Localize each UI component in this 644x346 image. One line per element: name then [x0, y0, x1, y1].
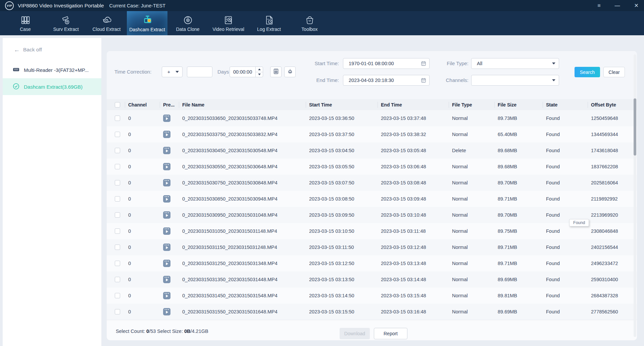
- cell-preview: [163, 292, 182, 299]
- row-checkbox[interactable]: [115, 228, 120, 234]
- table-row[interactable]: 0 0_20230315031350_20230315031448.MP4 20…: [107, 271, 637, 288]
- file-type-select[interactable]: All: [471, 58, 559, 69]
- header-end-time: End Time: [381, 102, 452, 107]
- nav-item-video-retrieval[interactable]: Video Retrieval: [208, 11, 249, 35]
- video-preview-icon[interactable]: [163, 115, 170, 122]
- start-time-input[interactable]: 1970-01-01 08:00:00: [343, 58, 430, 69]
- video-preview-icon[interactable]: [163, 179, 170, 186]
- row-checkbox[interactable]: [115, 148, 120, 153]
- row-checkbox[interactable]: [115, 164, 120, 169]
- cell-start-time: 2023-03-15 03:13:50: [309, 277, 381, 282]
- video-preview-icon[interactable]: [163, 276, 170, 283]
- select-count-label: Select Count:: [116, 329, 146, 334]
- check-circle-icon: [13, 83, 19, 91]
- close-icon[interactable]: ✕: [634, 3, 639, 8]
- row-checkbox[interactable]: [115, 132, 120, 137]
- download-button[interactable]: Download: [340, 328, 370, 339]
- video-preview-icon[interactable]: [163, 244, 170, 251]
- video-preview-icon[interactable]: [163, 260, 170, 267]
- nav-item-dashcam-extract[interactable]: Dashcam Extract: [127, 11, 167, 35]
- row-checkbox-cell: [107, 164, 128, 169]
- cell-state: Found: [546, 309, 591, 314]
- report-button[interactable]: Report: [374, 328, 407, 339]
- table-row[interactable]: 0 0_20230315030450_20230315030548.MP4 20…: [107, 142, 637, 159]
- row-checkbox[interactable]: [115, 293, 120, 298]
- sidebar: ← Back off Multi-Reader -3(FAT32+MP... D…: [3, 38, 101, 346]
- cell-file-size: 89.71MB: [498, 245, 546, 250]
- video-preview-icon[interactable]: [163, 227, 170, 235]
- cell-file-name: 0_20230315030950_20230315031048.MP4: [182, 212, 309, 218]
- spin-up-button[interactable]: [256, 67, 263, 72]
- row-checkbox[interactable]: [115, 116, 120, 121]
- end-time-input[interactable]: 2023-04-03 20:18:30: [343, 75, 430, 86]
- nav-item-log-extract[interactable]: Log Extract: [249, 11, 289, 35]
- toolbox-bag-icon: [304, 15, 315, 26]
- cell-state: Found: [546, 293, 591, 298]
- video-preview-icon[interactable]: [163, 292, 170, 299]
- table-row[interactable]: 0 0_20230315030550_20230315030648.MP4 20…: [107, 159, 637, 175]
- table-row[interactable]: 0 0_20230315033750_20230315033832.MP4 20…: [107, 126, 637, 142]
- video-preview-icon[interactable]: [163, 163, 170, 170]
- row-checkbox-cell: [107, 212, 128, 218]
- row-checkbox[interactable]: [115, 180, 120, 185]
- hard-drive-icon: [13, 67, 19, 73]
- cell-file-type: Normal: [452, 293, 498, 298]
- chevron-down-icon: [552, 62, 555, 64]
- sidebar-item-dashcam-extract[interactable]: Dashcam Extract(3.69GB): [3, 78, 101, 95]
- row-checkbox[interactable]: [115, 309, 120, 314]
- sidebar-item-multi-reader[interactable]: Multi-Reader -3(FAT32+MP...: [3, 61, 101, 78]
- row-checkbox[interactable]: [115, 261, 120, 266]
- nav-item-toolbox[interactable]: Toolbox: [289, 11, 330, 35]
- table-row[interactable]: 0 0_20230315030950_20230315031048.MP4 20…: [107, 207, 637, 223]
- time-correction-time-stepper[interactable]: 00:00:00: [230, 67, 263, 77]
- calculator-button[interactable]: [270, 67, 282, 77]
- row-checkbox-cell: [107, 245, 128, 250]
- table-row[interactable]: 0 0_20230315030850_20230315030948.MP4 20…: [107, 191, 637, 207]
- table-row[interactable]: 0 0_20230315033650_20230315033748.MP4 20…: [107, 110, 637, 126]
- header-offset-byte: Offset Byte: [591, 102, 637, 107]
- nav-item-case[interactable]: Case: [5, 11, 46, 35]
- cell-end-time: 2023-03-15 03:08:48: [381, 180, 452, 185]
- search-button[interactable]: Search: [575, 67, 600, 77]
- scrollbar-thumb[interactable]: [634, 98, 636, 156]
- row-checkbox[interactable]: [115, 277, 120, 282]
- nav-item-cloud-extract[interactable]: Cloud Extract: [86, 11, 127, 35]
- cell-offset-byte: 2402156544: [591, 245, 637, 250]
- cell-file-size: 89.68MB: [498, 164, 546, 169]
- table-row[interactable]: 0 0_20230315030750_20230315030848.MP4 20…: [107, 175, 637, 191]
- video-preview-icon[interactable]: [163, 308, 170, 315]
- nav-item-label: Video Retrieval: [212, 27, 244, 32]
- select-all-checkbox[interactable]: [115, 102, 120, 107]
- channels-select[interactable]: [471, 75, 559, 86]
- disc-icon: [183, 15, 193, 26]
- cell-file-type: Normal: [452, 245, 498, 250]
- back-off-button[interactable]: ← Back off: [3, 38, 101, 61]
- video-preview-icon[interactable]: [163, 211, 170, 219]
- cell-preview: [163, 131, 182, 138]
- days-input[interactable]: [187, 67, 212, 77]
- table-row[interactable]: 0 0_20230315031050_20230315031148.MP4 20…: [107, 223, 637, 239]
- time-correction-sign-select[interactable]: +: [162, 67, 183, 77]
- video-preview-icon[interactable]: [163, 147, 170, 154]
- table-row[interactable]: 0 0_20230315031550_20230315031648.MP4 20…: [107, 304, 637, 320]
- nav-item-data-clone[interactable]: Data Clone: [167, 11, 208, 35]
- row-checkbox[interactable]: [115, 212, 120, 218]
- file-type-value: All: [472, 61, 552, 66]
- clean-button[interactable]: [284, 67, 296, 77]
- table-row[interactable]: 0 0_20230315031450_20230315031548.MP4 20…: [107, 288, 637, 304]
- nav-item-label: Toolbox: [301, 27, 317, 32]
- video-preview-icon[interactable]: [163, 131, 170, 138]
- cell-channel: 0: [128, 116, 163, 121]
- calculator-icon: [273, 69, 279, 76]
- table-row[interactable]: 0 0_20230315031150_20230315031248.MP4 20…: [107, 239, 637, 255]
- table-row[interactable]: 0 0_20230315031250_20230315031348.MP4 20…: [107, 255, 637, 271]
- row-checkbox[interactable]: [115, 196, 120, 202]
- video-preview-icon[interactable]: [163, 195, 170, 203]
- spin-down-button[interactable]: [256, 72, 263, 77]
- clear-button[interactable]: Clear: [603, 67, 625, 77]
- cell-preview: [163, 244, 182, 251]
- nav-item-surv-extract[interactable]: Surv Extract: [46, 11, 86, 35]
- minimize-icon[interactable]: —: [615, 3, 620, 8]
- menu-icon[interactable]: ≡: [597, 3, 600, 8]
- row-checkbox[interactable]: [115, 245, 120, 250]
